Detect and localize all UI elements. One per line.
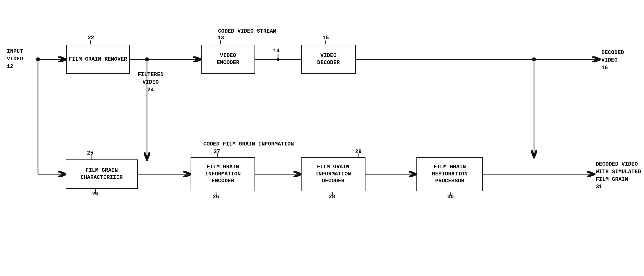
input-video-label: INPUTVIDEO12 xyxy=(7,48,23,70)
decoded-video-label: DECODEDVIDEO16 xyxy=(602,49,624,72)
num-29: 29 xyxy=(355,149,362,155)
coded-film-grain-label: CODED FILM GRAIN INFORMATION xyxy=(203,141,294,147)
num-25: 25 xyxy=(87,150,93,156)
num-15: 15 xyxy=(322,35,329,41)
video-encoder-block: VIDEOENCODER xyxy=(201,45,255,74)
decoded-video-simulated-label: DECODED VIDEOWITH SIMULATEDFILM GRAIN31 xyxy=(596,161,641,191)
num-28: 28 xyxy=(329,194,335,200)
film-grain-restoration-block: FILM GRAINRESTORATIONPROCESSOR xyxy=(416,157,483,191)
num-27: 27 xyxy=(214,149,220,155)
filtered-video-label: FILTEREDVIDEO24 xyxy=(138,71,164,94)
num-23: 23 xyxy=(92,191,98,197)
num-13: 13 xyxy=(218,35,224,41)
num-26: 26 xyxy=(213,194,219,200)
svg-point-6 xyxy=(145,57,149,61)
coded-video-stream-label: CODED VIDEO STREAM xyxy=(218,28,276,34)
svg-point-2 xyxy=(36,57,40,61)
svg-point-10 xyxy=(276,58,280,61)
num-14: 14 xyxy=(273,48,280,54)
film-grain-info-decoder-block: FILM GRAININFORMATIONDECODER xyxy=(301,157,366,191)
video-decoder-block: VIDEODECODER xyxy=(301,45,356,74)
film-grain-characterizer-block: FILM GRAINCHARACTERIZER xyxy=(66,160,138,189)
film-grain-info-encoder-label: FILM GRAININFORMATIONENCODER xyxy=(205,164,240,185)
video-decoder-label: VIDEODECODER xyxy=(317,52,340,66)
film-grain-info-decoder-label: FILM GRAININFORMATIONDECODER xyxy=(315,164,351,185)
film-grain-remover-block: FILM GRAIN REMOVER xyxy=(66,45,130,74)
film-grain-restoration-label: FILM GRAINRESTORATIONPROCESSOR xyxy=(432,164,468,185)
num-22: 22 xyxy=(88,35,94,41)
video-encoder-label: VIDEOENCODER xyxy=(217,52,239,66)
film-grain-info-encoder-block: FILM GRAININFORMATIONENCODER xyxy=(190,157,255,191)
film-grain-characterizer-label: FILM GRAINCHARACTERIZER xyxy=(80,167,123,181)
num-30: 30 xyxy=(447,194,454,200)
svg-point-13 xyxy=(532,57,536,61)
film-grain-remover-label: FILM GRAIN REMOVER xyxy=(69,56,127,63)
